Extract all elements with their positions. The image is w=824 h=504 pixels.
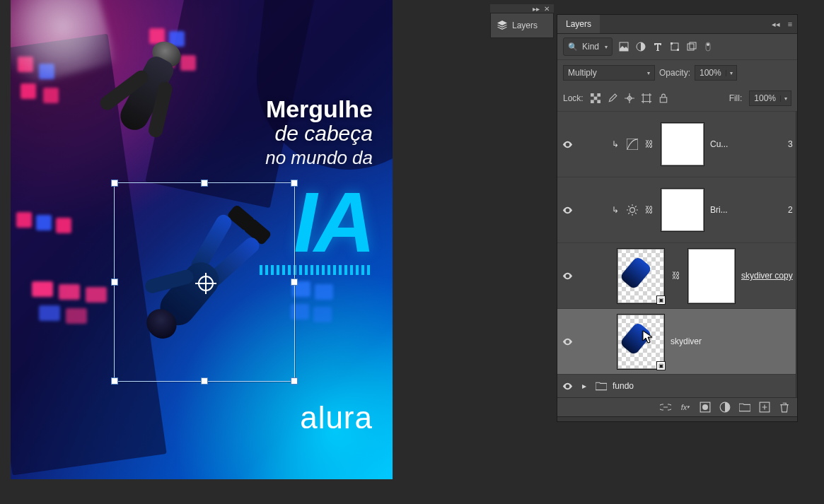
panel-collapse-icon[interactable]: ◂◂: [769, 15, 783, 33]
layer-list: ↳ ⛓ Cu... 3 ↳ ⛓ Bri... 2: [557, 111, 796, 397]
opacity-value: 100%: [695, 68, 726, 78]
headline-big: IA: [294, 173, 373, 271]
layer-name-label[interactable]: skydiver copy: [741, 271, 793, 281]
disclosure-triangle-icon[interactable]: ▸: [579, 381, 590, 391]
mask-thumbnail[interactable]: [687, 248, 736, 304]
layer-thumbnail[interactable]: ▣: [617, 314, 665, 370]
transform-handle[interactable]: [201, 180, 208, 187]
link-icon[interactable]: ⛓: [671, 271, 682, 281]
lock-brush-icon[interactable]: [608, 93, 617, 103]
panel-menu-icon[interactable]: ≡: [783, 15, 797, 33]
collapsed-tab-body[interactable]: Layers: [490, 13, 554, 38]
folder-icon: [596, 381, 607, 391]
panel-footer: fx▾: [557, 397, 797, 416]
lock-position-icon[interactable]: [625, 93, 634, 103]
visibility-toggle[interactable]: [562, 271, 573, 281]
filter-toggle-switch[interactable]: [703, 41, 714, 52]
blend-mode-row: Multiply ▾ Opacity: 100% ▾: [557, 59, 797, 86]
svg-rect-13: [591, 100, 594, 103]
blend-mode-dropdown[interactable]: Multiply ▾: [563, 65, 655, 81]
lock-artboard-icon[interactable]: [642, 93, 651, 103]
layer-row[interactable]: ↳ ⛓ Bri... 2: [557, 177, 796, 242]
layer-list-container: ↳ ⛓ Cu... 3 ↳ ⛓ Bri... 2: [557, 111, 797, 397]
opacity-input[interactable]: 100% ▾: [695, 65, 737, 81]
fill-input[interactable]: 100% ▾: [749, 90, 791, 106]
delete-layer-icon[interactable]: [779, 402, 790, 413]
transform-handle[interactable]: [111, 180, 118, 187]
filter-kind-dropdown[interactable]: 🔍 Kind ▾: [563, 37, 613, 56]
close-icon[interactable]: ✕: [544, 5, 550, 13]
clip-indicator-icon: ↳: [610, 139, 621, 149]
transform-handle[interactable]: [291, 279, 298, 286]
visibility-toggle[interactable]: [562, 139, 573, 150]
chevron-down-icon[interactable]: ▾: [726, 70, 736, 76]
clip-indicator-icon: ↳: [610, 205, 621, 215]
link-layers-icon[interactable]: [660, 402, 671, 413]
filter-type-icon[interactable]: [652, 41, 663, 52]
filter-pixel-icon[interactable]: [618, 41, 629, 52]
layer-row[interactable]: ▣ ⛓ skydiver copy: [557, 242, 796, 308]
layer-row[interactable]: ↳ ⛓ Cu... 3: [557, 111, 796, 177]
add-adjustment-icon[interactable]: [719, 402, 731, 413]
layer-name-label[interactable]: Cu...: [710, 139, 782, 149]
layer-row-active[interactable]: ▣ skydiver: [557, 308, 796, 374]
add-mask-icon[interactable]: [700, 402, 711, 413]
svg-rect-6: [690, 42, 696, 49]
brand-logo-text: alura: [300, 400, 373, 435]
layer-thumbnail[interactable]: ▣: [617, 248, 665, 304]
lock-transparency-icon[interactable]: [591, 93, 600, 103]
collapse-icon[interactable]: ▸▸: [533, 5, 540, 13]
link-icon[interactable]: ⛓: [644, 205, 655, 215]
collapsed-tab-label: Layers: [512, 20, 538, 30]
layer-name-label[interactable]: Bri...: [710, 205, 782, 215]
lock-row: Lock: Fill: 100% ▾: [557, 86, 797, 111]
fill-label: Fill:: [729, 93, 743, 103]
svg-rect-4: [677, 49, 679, 51]
svg-rect-16: [660, 98, 666, 102]
lock-all-icon[interactable]: [658, 93, 668, 103]
layer-name-label[interactable]: skydiver: [671, 336, 793, 346]
new-group-icon[interactable]: [739, 402, 750, 413]
document-canvas[interactable]: Mergulhe de cabeça no mundo da IA alura: [11, 0, 393, 479]
panel-resize-bar[interactable]: [557, 416, 797, 421]
layer-name-extra: 3: [788, 139, 793, 149]
mask-thumbnail[interactable]: [661, 122, 704, 166]
transform-handle[interactable]: [291, 377, 298, 385]
transform-handle[interactable]: [111, 377, 118, 385]
transform-pivot[interactable]: [198, 276, 214, 291]
visibility-toggle[interactable]: [562, 336, 573, 347]
transform-handle[interactable]: [291, 180, 298, 187]
svg-point-20: [702, 404, 708, 410]
fill-value: 100%: [750, 93, 780, 103]
smart-object-badge-icon: ▣: [656, 361, 666, 370]
brightness-adjustment-icon: [627, 204, 638, 216]
layer-group-row[interactable]: ▸ fundo: [557, 374, 796, 397]
layer-fx-icon[interactable]: fx▾: [680, 402, 691, 413]
app-stage: Mergulhe de cabeça no mundo da IA alura …: [0, 0, 824, 504]
headline-line3: no mundo da: [265, 147, 373, 169]
layer-scrollbar[interactable]: [796, 111, 797, 397]
collapsed-layers-tab: ▸▸ ✕ Layers: [490, 4, 554, 38]
link-icon[interactable]: ⛓: [644, 139, 655, 149]
new-layer-icon[interactable]: [759, 402, 770, 413]
chevron-down-icon[interactable]: ▾: [780, 95, 791, 102]
layer-name-label[interactable]: fundo: [613, 381, 793, 391]
visibility-toggle[interactable]: [562, 205, 573, 216]
filter-smartobject-icon[interactable]: [686, 41, 697, 52]
layer-filter-row: 🔍 Kind ▾: [557, 34, 797, 59]
collapsed-tab-titlebar[interactable]: ▸▸ ✕: [490, 4, 554, 13]
transform-handle[interactable]: [111, 279, 118, 286]
transform-bounding-box[interactable]: [114, 182, 295, 382]
search-icon: 🔍: [568, 42, 578, 52]
lock-label: Lock:: [563, 93, 584, 103]
mask-thumbnail[interactable]: [661, 188, 704, 232]
filter-adjustment-icon[interactable]: [635, 41, 646, 52]
tab-layers[interactable]: Layers: [557, 15, 600, 33]
transform-handle[interactable]: [201, 377, 208, 385]
svg-rect-10: [591, 93, 594, 97]
visibility-toggle[interactable]: [562, 381, 573, 392]
svg-rect-14: [597, 100, 600, 103]
filter-shape-icon[interactable]: [669, 41, 680, 52]
chevron-down-icon: ▾: [647, 70, 650, 76]
smart-object-badge-icon: ▣: [656, 295, 666, 305]
